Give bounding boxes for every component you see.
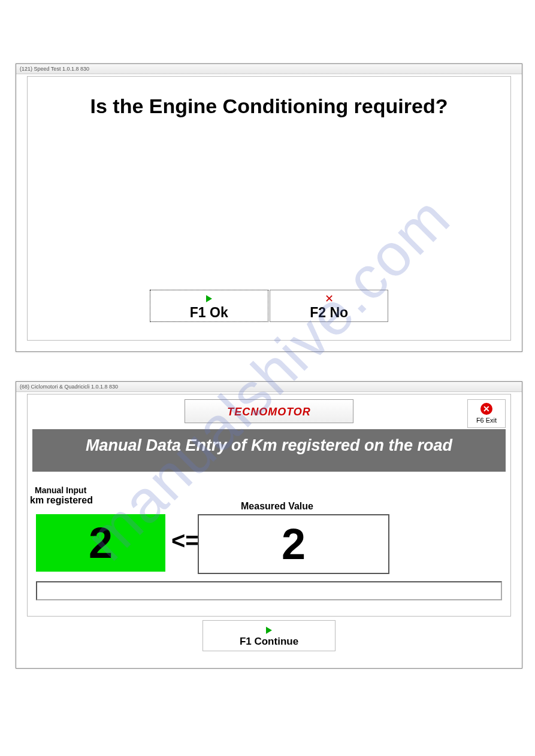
logo-text: TECNOMOTOR: [227, 400, 311, 423]
play-icon: [266, 627, 272, 634]
measured-value-input[interactable]: 2: [198, 514, 389, 574]
exit-button-label: F6 Exit: [468, 415, 505, 424]
manual-input-label: Manual Input: [35, 485, 86, 495]
continue-button[interactable]: F1 Continue: [202, 620, 335, 651]
window2-title: (68) Ciclomotori & Quadricicli 1.0.1.8 8…: [16, 382, 522, 392]
manual-entry-window: (68) Ciclomotori & Quadricicli 1.0.1.8 8…: [16, 381, 522, 669]
ok-button[interactable]: F1 Ok: [150, 290, 268, 322]
tecnomotor-logo: TECNOMOTOR: [185, 399, 353, 423]
continue-button-label: F1 Continue: [203, 634, 335, 648]
window2-content-panel: TECNOMOTOR ✕ F6 Exit Manual Data Entry o…: [27, 394, 511, 617]
no-button[interactable]: ✕ F2 No: [270, 290, 388, 322]
engine-conditioning-question: Is the Engine Conditioning required?: [28, 95, 510, 118]
status-field: [36, 581, 502, 600]
exit-icon: ✕: [480, 403, 492, 415]
measured-value-label: Measured Value: [241, 501, 313, 512]
play-icon: [206, 295, 212, 302]
dialog-button-row: F1 Ok ✕ F2 No: [28, 290, 510, 322]
speed-test-window: (121) Speed Test 1.0.1.8 830 Is the Engi…: [16, 63, 522, 352]
comparison-operator: <=: [171, 527, 200, 554]
close-icon: ✕: [325, 294, 334, 303]
ok-button-label: F1 Ok: [150, 303, 268, 321]
manual-entry-banner: Manual Data Entry of Km registered on th…: [32, 429, 506, 472]
limit-value-box: 2: [36, 514, 165, 572]
window1-title: (121) Speed Test 1.0.1.8 830: [16, 64, 522, 74]
km-registered-label: km registered: [30, 495, 93, 506]
exit-button[interactable]: ✕ F6 Exit: [467, 399, 506, 428]
no-button-label: F2 No: [270, 303, 388, 321]
window1-content-panel: Is the Engine Conditioning required? F1 …: [27, 76, 511, 341]
